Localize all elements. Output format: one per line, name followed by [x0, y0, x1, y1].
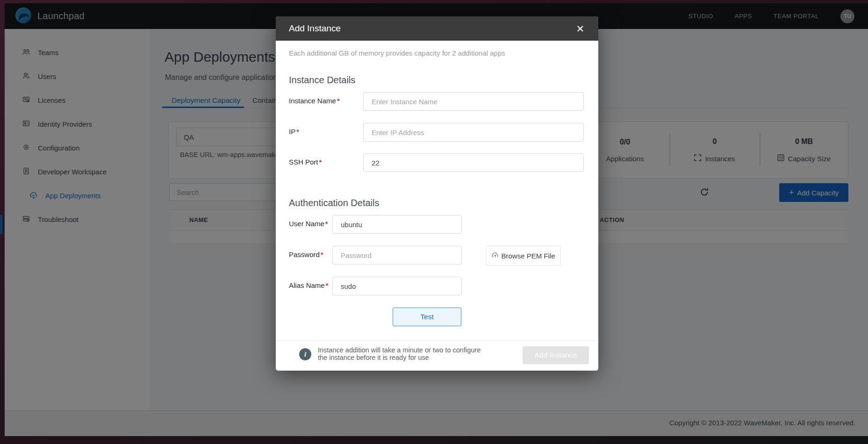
ssh-port-label: SSH Port* [289, 158, 322, 166]
section-instance-details: Instance Details [289, 75, 355, 86]
required-asterisk: * [321, 251, 323, 258]
modal-title: Add Instance [289, 23, 341, 34]
add-instance-modal: Add Instance ✕ Each additional GB of mem… [276, 16, 598, 371]
screen: Launchpad STUDIO APPS TEAM PORTAL TU Tea… [0, 0, 868, 444]
user-name-label: User Name* [289, 220, 328, 228]
instance-name-input[interactable] [363, 92, 584, 111]
alias-name-label: Alias Name* [289, 281, 329, 289]
test-button[interactable]: Test [393, 308, 461, 326]
modal-note: Each additional GB of memory provides ca… [289, 49, 505, 57]
password-input[interactable] [332, 246, 462, 265]
cloud-upload-icon [491, 251, 499, 260]
section-authentication-details: Authentication Details [289, 198, 379, 208]
modal-header: Add Instance ✕ [276, 16, 598, 41]
required-asterisk: * [319, 158, 322, 166]
required-asterisk: * [326, 281, 329, 289]
ip-label: IP* [289, 128, 299, 136]
instance-name-label: Instance Name* [289, 97, 340, 105]
required-asterisk: * [296, 128, 299, 136]
required-asterisk: * [325, 220, 328, 228]
info-icon: i [299, 348, 311, 360]
modal-footer-note: Instance addition will take a minute or … [318, 346, 481, 361]
close-icon[interactable]: ✕ [576, 24, 584, 34]
add-instance-submit-button[interactable]: Add Instance [523, 346, 589, 364]
password-label: Password* [289, 251, 323, 258]
ip-input[interactable] [363, 123, 584, 142]
ssh-port-input[interactable] [363, 153, 584, 172]
user-name-input[interactable] [332, 215, 462, 234]
browse-pem-file-button[interactable]: Browse PEM File [486, 246, 561, 265]
required-asterisk: * [337, 97, 340, 105]
modal-footer: i Instance addition will take a minute o… [276, 340, 598, 371]
alias-name-input[interactable] [332, 277, 462, 295]
